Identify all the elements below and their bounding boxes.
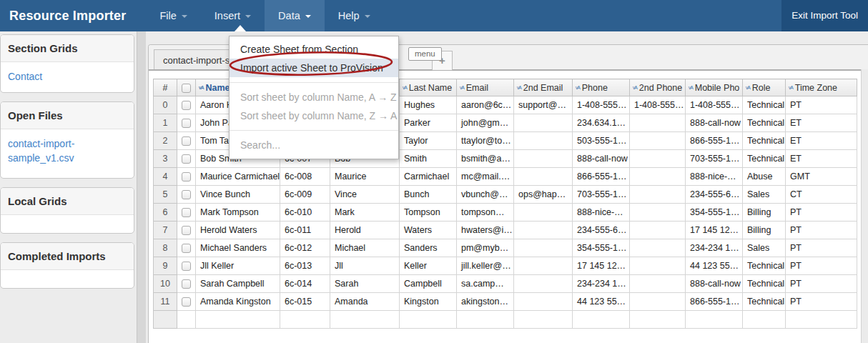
cell-mobile-phone[interactable]: 888-nice-… bbox=[686, 168, 743, 186]
cell-2nd-phone[interactable] bbox=[630, 204, 686, 222]
row-number-cell[interactable]: 8 bbox=[154, 239, 177, 257]
cell-id[interactable]: 6c-008 bbox=[280, 168, 330, 186]
menu-item-create-sheet-from-section[interactable]: Create Sheet from Section bbox=[230, 40, 398, 59]
row-checkbox[interactable] bbox=[182, 136, 191, 146]
cell-phone[interactable]: 703-555-1… bbox=[573, 186, 630, 204]
row-checkbox[interactable] bbox=[182, 190, 191, 199]
cell-last-name[interactable]: Parker bbox=[400, 114, 457, 132]
cell-first-name[interactable]: Sarah bbox=[330, 275, 400, 293]
cell-last-name[interactable]: Taylor bbox=[400, 132, 457, 150]
cell-phone[interactable]: 234-234 1… bbox=[573, 275, 630, 293]
cell-phone[interactable]: 866-555-1… bbox=[573, 168, 630, 186]
cell-id[interactable]: 6c-014 bbox=[280, 275, 330, 293]
cell-id[interactable]: 6c-009 bbox=[280, 186, 330, 204]
column-header-last-name[interactable]: ᵛᴬLast Name bbox=[400, 79, 457, 96]
cell-phone[interactable]: 234.634.1… bbox=[573, 114, 630, 132]
cell-id[interactable]: 6c-011 bbox=[280, 222, 330, 239]
cell-2nd-email[interactable] bbox=[514, 275, 573, 293]
cell-name[interactable] bbox=[196, 311, 280, 329]
cell-time-zone[interactable]: PT bbox=[786, 204, 857, 222]
cell-role[interactable]: Technical bbox=[743, 257, 786, 275]
row-checkbox[interactable] bbox=[182, 226, 191, 235]
column-header-role[interactable]: ᵛᴬRole bbox=[743, 79, 786, 96]
cell-2nd-email[interactable] bbox=[514, 114, 573, 132]
cell-email[interactable]: john@gm… bbox=[457, 114, 514, 132]
cell-2nd-phone[interactable] bbox=[630, 239, 686, 257]
cell-mobile-phone[interactable]: 888-call-now bbox=[686, 275, 743, 293]
cell-role[interactable]: Billing bbox=[743, 222, 786, 239]
cell-2nd-email[interactable] bbox=[514, 257, 573, 275]
cell-name[interactable]: Sarah Campbell bbox=[196, 275, 280, 293]
row-number-cell[interactable]: 6 bbox=[154, 204, 177, 222]
cell-name[interactable]: Herold Waters bbox=[196, 222, 280, 239]
cell-role[interactable]: Technical bbox=[743, 275, 786, 293]
cell-id[interactable] bbox=[280, 311, 330, 329]
cell-2nd-email[interactable] bbox=[514, 204, 573, 222]
menu-item-import-active-sheet[interactable]: Import active Sheet to ProVision bbox=[230, 59, 398, 77]
cell-last-name[interactable]: Tompson bbox=[400, 204, 457, 222]
exit-import-tool-button[interactable]: Exit Import Tool bbox=[781, 0, 868, 31]
cell-2nd-email[interactable] bbox=[514, 150, 573, 168]
cell-last-name[interactable]: Campbell bbox=[400, 275, 457, 293]
row-number-cell[interactable]: 0 bbox=[154, 96, 177, 114]
cell-first-name[interactable]: Michael bbox=[330, 239, 400, 257]
cell-last-name[interactable]: Kingston bbox=[400, 293, 457, 311]
cell-mobile-phone[interactable]: 354-555-1… bbox=[686, 204, 743, 222]
row-checkbox[interactable] bbox=[182, 172, 191, 182]
cell-email[interactable]: jill.keller@… bbox=[457, 257, 514, 275]
cell-2nd-email[interactable] bbox=[514, 239, 573, 257]
column-header-2nd-email[interactable]: ᵛᴬ2nd Email bbox=[514, 79, 573, 96]
cell-first-name[interactable] bbox=[330, 311, 400, 329]
cell-2nd-phone[interactable] bbox=[630, 275, 686, 293]
cell-phone[interactable]: 354-555-1… bbox=[573, 239, 630, 257]
cell-time-zone[interactable]: CT bbox=[786, 186, 857, 204]
cell-time-zone[interactable]: PT bbox=[786, 96, 857, 114]
cell-role[interactable]: Technical bbox=[743, 96, 786, 114]
cell-name[interactable]: Vince Bunch bbox=[196, 186, 280, 204]
cell-mobile-phone[interactable]: 866-555-1… bbox=[686, 132, 743, 150]
column-header-phone[interactable]: ᵛᴬPhone bbox=[573, 79, 630, 96]
cell-mobile-phone[interactable]: 1-408-555… bbox=[686, 96, 743, 114]
column-header-time-zone[interactable]: ᵛᴬTime Zone bbox=[786, 79, 857, 96]
cell-2nd-email[interactable] bbox=[514, 222, 573, 239]
cell-email[interactable]: bsmith@a… bbox=[457, 150, 514, 168]
row-checkbox[interactable] bbox=[182, 244, 191, 253]
cell-first-name[interactable]: Amanda bbox=[330, 293, 400, 311]
cell-id[interactable]: 6c-015 bbox=[280, 293, 330, 311]
row-number-cell[interactable]: 2 bbox=[154, 132, 177, 150]
cell-role[interactable]: Sales bbox=[743, 239, 786, 257]
row-checkbox[interactable] bbox=[182, 154, 191, 164]
column-header-email[interactable]: ᵛᴬEmail bbox=[457, 79, 514, 96]
cell-time-zone[interactable]: PT bbox=[786, 275, 857, 293]
row-checkbox[interactable] bbox=[182, 101, 191, 110]
cell-last-name[interactable] bbox=[400, 311, 457, 329]
cell-first-name[interactable]: Mark bbox=[330, 204, 400, 222]
cell-email[interactable]: ttaylor@to… bbox=[457, 132, 514, 150]
row-number-cell[interactable]: 11 bbox=[154, 293, 177, 311]
cell-last-name[interactable]: Bunch bbox=[400, 186, 457, 204]
cell-email[interactable]: pm@myb… bbox=[457, 239, 514, 257]
row-checkbox[interactable] bbox=[182, 262, 191, 271]
cell-email[interactable]: sa.camp… bbox=[457, 275, 514, 293]
cell-2nd-email[interactable]: support@… bbox=[514, 96, 573, 114]
row-number-cell[interactable] bbox=[154, 311, 177, 329]
cell-name[interactable]: Jll Keller bbox=[196, 257, 280, 275]
cell-mobile-phone[interactable]: 17 145 12… bbox=[686, 222, 743, 239]
menu-file[interactable]: File bbox=[146, 0, 200, 31]
cell-2nd-email[interactable] bbox=[514, 311, 573, 329]
cell-name[interactable]: Maurice Carmichael bbox=[196, 168, 280, 186]
row-number-cell[interactable]: 7 bbox=[154, 222, 177, 239]
cell-role[interactable]: Abuse bbox=[743, 168, 786, 186]
cell-phone[interactable]: 234-555-6… bbox=[573, 222, 630, 239]
cell-role[interactable]: Sales bbox=[743, 186, 786, 204]
cell-first-name[interactable]: Jll bbox=[330, 257, 400, 275]
cell-email[interactable]: aaron@6c… bbox=[457, 96, 514, 114]
cell-2nd-phone[interactable] bbox=[630, 293, 686, 311]
cell-role[interactable] bbox=[743, 311, 786, 329]
row-checkbox[interactable] bbox=[182, 119, 191, 128]
cell-mobile-phone[interactable]: 234-234 1… bbox=[686, 239, 743, 257]
row-checkbox[interactable] bbox=[182, 279, 191, 289]
cell-first-name[interactable]: Vince bbox=[330, 186, 400, 204]
cell-time-zone[interactable]: ET bbox=[786, 132, 857, 150]
cell-email[interactable]: vbunch@… bbox=[457, 186, 514, 204]
